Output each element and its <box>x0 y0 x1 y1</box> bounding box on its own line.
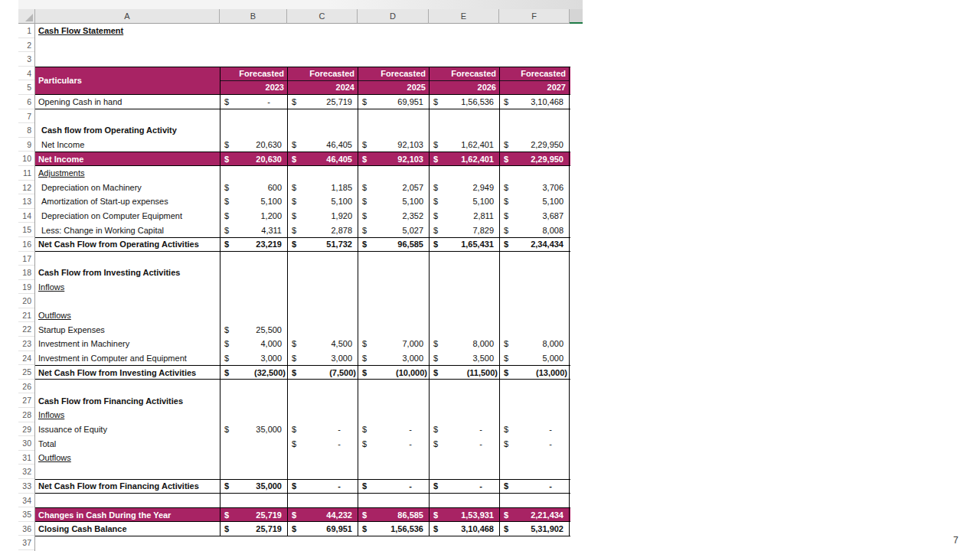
cell-C10[interactable]: $46,405 <box>287 152 358 165</box>
row-header-37[interactable]: 37 <box>18 536 34 550</box>
row-header-21[interactable]: 21 <box>18 308 34 323</box>
cell-A12[interactable]: Depreciation on Machinery <box>35 181 220 195</box>
cell-A28[interactable]: Inflows <box>35 408 220 422</box>
cell-C24[interactable]: $3,000 <box>287 351 358 366</box>
cell-E19[interactable] <box>429 280 499 295</box>
cell-F14[interactable]: $3,687 <box>499 209 570 223</box>
cell-A1[interactable]: Cash Flow Statement <box>35 24 220 38</box>
cell-E36[interactable]: $3,10,468 <box>429 522 499 536</box>
cell-A33[interactable]: Net Cash Flow from Financing Activities <box>35 480 220 493</box>
cell-A3[interactable] <box>35 52 220 67</box>
header-year-col-4[interactable]: Forecasted 2026 <box>429 67 499 94</box>
cell-D8[interactable] <box>358 123 429 138</box>
cell-D7[interactable] <box>358 109 429 124</box>
cell-F21[interactable] <box>499 308 570 323</box>
cell-A19[interactable]: Inflows <box>35 280 220 295</box>
cell-B34[interactable] <box>220 494 287 508</box>
cell-C23[interactable]: $4,500 <box>287 337 358 351</box>
cell-B20[interactable] <box>220 294 287 308</box>
row-header-16[interactable]: 16 <box>18 237 34 252</box>
cell-E6[interactable]: $1,56,536 <box>429 95 499 109</box>
cell-A20[interactable] <box>35 294 220 308</box>
cell-D30[interactable]: $- <box>358 436 429 451</box>
row-header-28[interactable]: 28 <box>18 408 34 422</box>
cell-A32[interactable] <box>35 465 220 480</box>
cell-C28[interactable] <box>287 408 358 422</box>
cell-B27[interactable] <box>220 394 287 409</box>
cell-F23[interactable]: $8,000 <box>499 337 570 351</box>
cell-F34[interactable] <box>499 494 570 508</box>
cell-D15[interactable]: $5,027 <box>358 223 429 237</box>
cell-A21[interactable]: Outflows <box>35 308 220 323</box>
cell-C12[interactable]: $1,185 <box>287 181 358 195</box>
cell-C20[interactable] <box>287 294 358 308</box>
cell-F19[interactable] <box>499 280 570 295</box>
column-header-F[interactable]: F <box>499 9 570 24</box>
cell-E30[interactable]: $- <box>429 436 499 451</box>
cell-F6[interactable]: $3,10,468 <box>499 95 570 109</box>
cell-C35[interactable]: $44,232 <box>287 508 358 521</box>
row-header-15[interactable]: 15 <box>18 223 34 237</box>
cell-F18[interactable] <box>499 266 570 280</box>
cell-F26[interactable] <box>499 380 570 394</box>
cell-C27[interactable] <box>287 394 358 409</box>
row-header-36[interactable]: 36 <box>18 522 34 536</box>
cell-E17[interactable] <box>429 252 499 266</box>
cell-C21[interactable] <box>287 308 358 323</box>
cell-F28[interactable] <box>499 408 570 422</box>
cell-D22[interactable] <box>358 323 429 337</box>
cell-B25[interactable]: $(32,500) <box>220 366 287 379</box>
cell-F15[interactable]: $8,008 <box>499 223 570 237</box>
cell-C36[interactable]: $69,951 <box>287 522 358 536</box>
row-header-12[interactable]: 12 <box>18 181 34 195</box>
cell-E11[interactable] <box>429 166 499 181</box>
cell-B11[interactable] <box>220 166 287 181</box>
row-header-2[interactable]: 2 <box>18 38 34 53</box>
cell-F16[interactable]: $2,34,434 <box>499 238 570 251</box>
cell-F35[interactable]: $2,21,434 <box>499 508 570 521</box>
cell-F33[interactable]: $- <box>499 480 570 493</box>
cell-B6[interactable]: $- <box>220 95 287 109</box>
cell-E32[interactable] <box>429 465 499 480</box>
cell-C33[interactable]: $- <box>287 480 358 493</box>
cell-D17[interactable] <box>358 252 429 266</box>
row-header-35[interactable]: 35 <box>18 507 34 522</box>
cell-B36[interactable]: $25,719 <box>220 522 287 536</box>
row-header-22[interactable]: 22 <box>18 322 34 337</box>
row-header-34[interactable]: 34 <box>18 494 34 508</box>
cell-D35[interactable]: $86,585 <box>358 508 429 521</box>
row-header-18[interactable]: 18 <box>18 266 34 280</box>
cell-E31[interactable] <box>429 451 499 465</box>
row-header-20[interactable]: 20 <box>18 294 34 308</box>
row-header-7[interactable]: 7 <box>18 109 34 124</box>
cell-D28[interactable] <box>358 408 429 422</box>
header-year-col-2[interactable]: Forecasted 2024 <box>287 67 358 94</box>
row-header-24[interactable]: 24 <box>18 351 34 366</box>
cell-E20[interactable] <box>429 294 499 308</box>
cell-D27[interactable] <box>358 394 429 409</box>
cell-E9[interactable]: $1,62,401 <box>429 138 499 152</box>
cell-D12[interactable]: $2,057 <box>358 181 429 195</box>
cell-B31[interactable] <box>220 451 287 465</box>
cell-D34[interactable] <box>358 494 429 508</box>
cell-D11[interactable] <box>358 166 429 181</box>
cell-D16[interactable]: $96,585 <box>358 238 429 251</box>
cell-A15[interactable]: Less: Change in Working Capital <box>35 223 220 237</box>
row-header-6[interactable]: 6 <box>18 95 34 109</box>
cell-B29[interactable]: $35,000 <box>220 422 287 437</box>
cell-E34[interactable] <box>429 494 499 508</box>
column-header-A[interactable]: A <box>35 9 220 24</box>
cell-F27[interactable] <box>499 394 570 409</box>
cell-E24[interactable]: $3,500 <box>429 351 499 366</box>
cell-C32[interactable] <box>287 465 358 480</box>
header-year-col-3[interactable]: Forecasted 2025 <box>358 67 429 94</box>
cell-B18[interactable] <box>220 266 287 280</box>
cell-C8[interactable] <box>287 123 358 138</box>
cell-B32[interactable] <box>220 465 287 480</box>
cell-B28[interactable] <box>220 408 287 422</box>
cell-E28[interactable] <box>429 408 499 422</box>
cell-C16[interactable]: $51,732 <box>287 238 358 251</box>
row-header-9[interactable]: 9 <box>18 138 34 152</box>
row-header-3[interactable]: 3 <box>18 52 34 67</box>
cell-F30[interactable]: $- <box>499 436 570 451</box>
